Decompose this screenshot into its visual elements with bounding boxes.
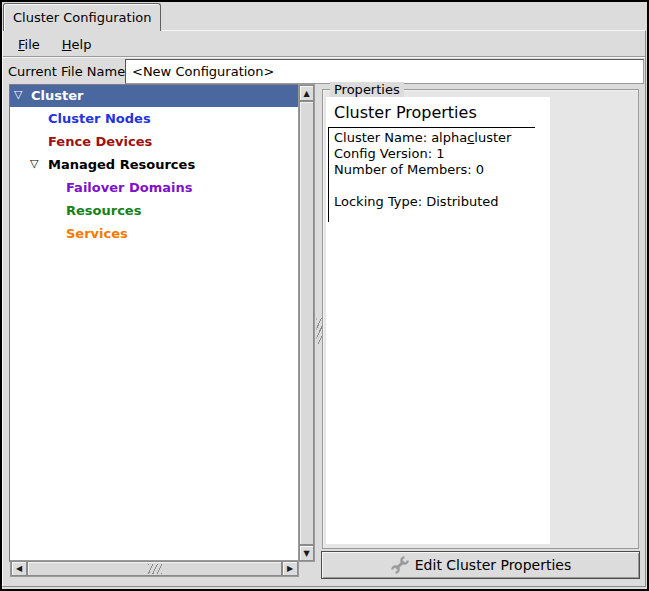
- edit-cluster-properties-button[interactable]: Edit Cluster Properties: [321, 551, 640, 579]
- left-arrow-icon[interactable]: ◀: [11, 561, 27, 576]
- tree-label: Cluster: [31, 88, 83, 103]
- tab-label: Cluster Configuration: [13, 10, 151, 25]
- tree-label: Cluster Nodes: [48, 111, 151, 126]
- horizontal-scrollbar-thumb[interactable]: [27, 561, 282, 576]
- tree-label: Managed Resources: [48, 157, 195, 172]
- cluster-name-value: Cluster Name: alphacluster: [334, 130, 535, 146]
- menu-file[interactable]: File: [14, 35, 44, 54]
- tree-row-resources[interactable]: Resources: [10, 200, 299, 222]
- edit-button-label: Edit Cluster Properties: [415, 557, 571, 573]
- expander-icon[interactable]: ▽: [30, 157, 38, 170]
- tree-row-services[interactable]: Services: [10, 223, 299, 245]
- spacer: [334, 178, 535, 194]
- vertical-scrollbar-thumb[interactable]: [299, 101, 314, 545]
- grip-icon: [148, 564, 162, 574]
- locking-type-value: Locking Type: Distributed: [334, 194, 535, 210]
- properties-block: Cluster Name: alphacluster Config Versio…: [328, 127, 535, 222]
- properties-panel: Cluster Properties Cluster Name: alphacl…: [326, 97, 550, 544]
- menu-bar: File Help: [3, 32, 645, 57]
- right-arrow-icon[interactable]: ▶: [282, 561, 298, 576]
- current-file-name-label: Current File Name:: [8, 58, 130, 84]
- down-arrow-icon[interactable]: ▼: [299, 545, 314, 561]
- app-window: Cluster Configuration File Help Current …: [0, 0, 649, 591]
- tree-row-fence-devices[interactable]: Fence Devices: [10, 131, 299, 153]
- tree-label: Fence Devices: [48, 134, 152, 149]
- current-file-name-input[interactable]: [125, 59, 644, 84]
- config-version-value: Config Version: 1: [334, 146, 535, 162]
- wrench-icon: [390, 555, 410, 575]
- tree-label: Resources: [66, 203, 141, 218]
- tree-label: Services: [66, 226, 128, 241]
- tab-cluster-configuration[interactable]: Cluster Configuration: [3, 3, 161, 31]
- properties-heading: Cluster Properties: [334, 103, 550, 122]
- tree-row-managed-resources[interactable]: ▽ Managed Resources: [10, 154, 299, 176]
- tree-horizontal-scrollbar[interactable]: ◀ ▶: [10, 560, 299, 577]
- properties-frame-label: Properties: [330, 82, 404, 97]
- tree-vertical-scrollbar[interactable]: ▲ ▼: [298, 84, 315, 562]
- up-arrow-icon[interactable]: ▲: [299, 85, 314, 101]
- expander-icon[interactable]: ▽: [14, 88, 22, 101]
- tree-row-failover-domains[interactable]: Failover Domains: [10, 177, 299, 199]
- menu-help[interactable]: Help: [58, 35, 96, 54]
- number-of-members-value: Number of Members: 0: [334, 162, 535, 178]
- tree-label: Failover Domains: [66, 180, 192, 195]
- tree-row-cluster[interactable]: ▽ Cluster: [10, 85, 299, 107]
- cluster-tree: ▽ Cluster Cluster Nodes Fence Devices ▽ …: [9, 84, 300, 562]
- tree-row-cluster-nodes[interactable]: Cluster Nodes: [10, 108, 299, 130]
- properties-frame: Cluster Properties Cluster Name: alphacl…: [322, 89, 639, 549]
